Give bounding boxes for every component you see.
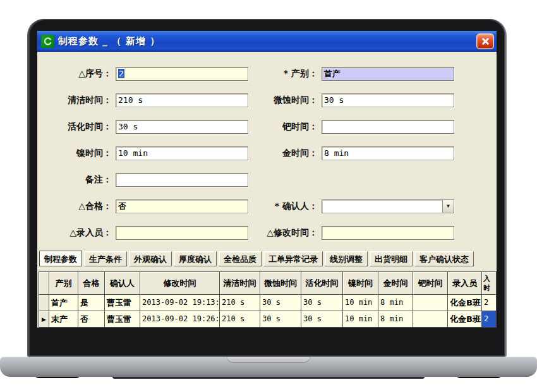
current-row-marker[interactable]: ▶ [39,311,49,328]
form-row-ni-au: 镍时间： 10 min 金时间： 8 min [37,146,497,160]
leaf-swirl-icon [43,37,52,46]
clean-time-label: 清洁时间： [37,95,112,106]
cell-activation-time[interactable]: 30 s [301,311,343,328]
gold-time-input[interactable]: 8 min [322,146,454,160]
table-row-current[interactable]: ▶ 末产 否 曹玉雷 2013-09-02 19:26:23 210 s 30 … [39,311,497,328]
col-operator: 录入员 [448,272,482,295]
close-button[interactable] [476,33,494,49]
col-pass: 合格 [78,272,105,295]
nickel-time-input[interactable]: 10 min [116,146,248,160]
close-icon [481,37,490,45]
confirmer-combobox[interactable]: ▼ [322,199,454,213]
screen-viewport: 制程参数 _ （ 新增 ） △序号： 2 * 产别： 首产 清洁时间： [37,31,497,328]
form-row-clean-etch: 清洁时间： 210 s 微蚀时间： 30 s [37,93,497,107]
title-bar[interactable]: 制程参数 _ （ 新增 ） [37,31,497,52]
serial-input[interactable]: 2 [116,67,248,81]
clean-time-input[interactable]: 210 s [116,93,248,107]
row-selector[interactable] [39,295,49,311]
col-activation-time: 活化时间 [301,272,343,295]
col-entry-time-clipped: 录入时间 [482,272,497,295]
pass-input[interactable]: 否 [116,199,248,213]
cell-product-type[interactable]: 首产 [49,295,78,311]
cell-palladium-time[interactable] [413,295,448,311]
form-row-remark: 备注： [37,173,497,187]
col-nickel-time: 镍时间 [343,272,378,295]
tab-line-adjustment[interactable]: 线别调整 [325,251,368,266]
col-confirmer: 确认人 [105,272,140,295]
app-window: 制程参数 _ （ 新增 ） △序号： 2 * 产别： 首产 清洁时间： [37,31,497,328]
cell-pass[interactable]: 是 [78,295,105,311]
microetch-time-label: 微蚀时间： [250,95,318,106]
grid-header-row: 产别 合格 确认人 修改时间 清洁时间 微蚀时间 活化时间 镍时间 金时间 钯时… [39,272,497,295]
tab-shipment-detail[interactable]: 出货明细 [370,251,413,266]
cell-activation-time[interactable]: 30 s [301,295,343,311]
cell-confirmer[interactable]: 曹玉雷 [105,295,140,311]
cell-gold-time[interactable]: 8 min [378,295,413,311]
tab-customer-confirm-status[interactable]: 客户确认状态 [414,251,474,266]
col-gold-time: 金时间 [378,272,413,295]
form-row-activate-pd: 活化时间： 30 s 钯时间： [37,120,497,134]
app-icon [41,35,54,48]
cell-nickel-time[interactable]: 10 min [343,311,378,328]
palladium-time-input[interactable] [322,120,454,134]
cell-clean-time[interactable]: 210 s [220,295,260,311]
operator-label: △录入员： [37,227,112,239]
form-row-pass-confirmer: △合格： 否 * 确认人： ▼ [37,199,497,213]
cell-confirmer[interactable]: 曹玉雷 [105,311,140,328]
remark-label: 备注： [37,174,112,186]
chevron-down-icon[interactable]: ▼ [442,200,454,213]
cell-pass[interactable]: 否 [78,311,105,328]
cell-product-type[interactable]: 末产 [49,311,78,328]
tab-workorder-anomaly-log[interactable]: 工单异常记录 [263,251,323,266]
col-clean-time: 清洁时间 [220,272,260,295]
tab-appearance-confirm[interactable]: 外观确认 [129,251,172,266]
laptop-base [0,357,537,377]
cell-entry-time-selected[interactable]: 2 [482,311,497,328]
tab-full-inspection-quality[interactable]: 全检品质 [219,251,262,266]
combo-value [322,200,442,213]
col-modified-time: 修改时间 [140,272,220,295]
col-palladium-time: 钯时间 [413,272,448,295]
cell-palladium-time[interactable] [413,311,448,328]
cell-microetch-time[interactable]: 30 s [260,311,301,328]
product-type-label: * 产别： [250,68,318,80]
tab-strip: 制程参数 生产条件 外观确认 厚度确认 全检品质 工单异常记录 线别调整 出货明… [39,251,474,267]
cell-gold-time[interactable]: 8 min [378,311,413,328]
nickel-time-label: 镍时间： [37,148,112,159]
microetch-time-input[interactable]: 30 s [322,93,454,107]
window-title: 制程参数 _ （ 新增 ） [58,35,160,47]
data-grid: 产别 合格 确认人 修改时间 清洁时间 微蚀时间 活化时间 镍时间 金时间 钯时… [39,271,497,328]
laptop-lid-notch [227,357,310,363]
selected-text: 2 [118,69,124,78]
product-type-input[interactable]: 首产 [322,67,454,81]
col-product-type: 产别 [49,272,78,295]
remark-input[interactable] [116,173,248,187]
tab-thickness-confirm[interactable]: 厚度确认 [174,251,217,266]
cell-modified-time[interactable]: 2013-09-02 19:13:03 [140,295,220,311]
modified-time-input[interactable] [322,226,454,240]
table-row[interactable]: 首产 是 曹玉雷 2013-09-02 19:13:03 210 s 30 s … [39,295,497,311]
row-selector-header [39,272,49,295]
form-row-serial: △序号： 2 * 产别： 首产 [37,67,497,81]
modified-time-label: △修改时间： [250,227,318,239]
col-microetch-time: 微蚀时间 [260,272,301,295]
activation-time-input[interactable]: 30 s [116,120,248,134]
serial-label: △序号： [37,68,112,80]
form-row-operator-modified: △录入员： △修改时间： [37,226,497,240]
tab-production-conditions[interactable]: 生产条件 [84,251,127,266]
cell-clean-time[interactable]: 210 s [220,311,260,328]
cell-nickel-time[interactable]: 10 min [343,295,378,311]
activation-time-label: 活化时间： [37,121,112,133]
cell-operator[interactable]: 化金B班 [448,295,482,311]
confirmer-label: * 确认人： [250,201,318,212]
operator-input[interactable] [116,226,248,240]
cell-modified-time[interactable]: 2013-09-02 19:26:23 [140,311,220,328]
pass-label: △合格： [37,201,112,212]
cell-operator[interactable]: 化金B班 [448,311,482,328]
tab-process-params[interactable]: 制程参数 [39,251,82,266]
palladium-time-label: 钯时间： [250,121,318,133]
cell-microetch-time[interactable]: 30 s [260,295,301,311]
laptop-mockup: 制程参数 _ （ 新增 ） △序号： 2 * 产别： 首产 清洁时间： [0,0,537,392]
laptop-screen-bezel: 制程参数 _ （ 新增 ） △序号： 2 * 产别： 首产 清洁时间： [28,19,505,357]
cell-entry-time-clipped[interactable]: 2 [482,295,497,311]
